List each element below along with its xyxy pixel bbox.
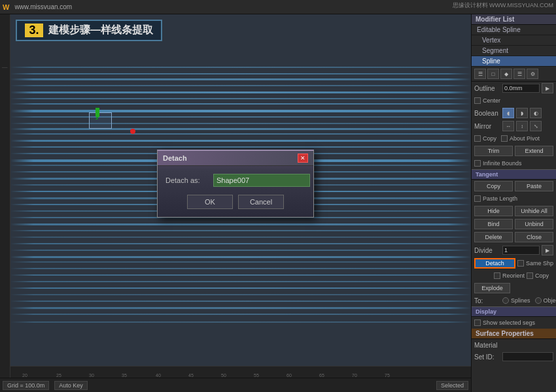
extend-button[interactable]: Extend: [515, 146, 553, 156]
close-button[interactable]: Close: [515, 232, 553, 242]
auto-key[interactable]: Auto Key: [54, 381, 88, 390]
about-pivot-checkbox[interactable]: [501, 135, 508, 142]
ruler-tick: 75: [385, 373, 390, 378]
reorient-checkbox[interactable]: [494, 272, 500, 279]
dialog-close-button[interactable]: ✕: [298, 154, 308, 163]
infinite-bounds-label: Infinite Bounds: [483, 160, 522, 167]
app-container: W www.missvuan.com 思缘设计材料 WWW.MISSYUAN.C…: [0, 0, 556, 392]
selection-box: [89, 112, 112, 129]
tangent-section: Tangent: [472, 169, 556, 180]
reorient-label: Reorient: [502, 272, 525, 279]
to-splines-label: Splines: [511, 297, 530, 304]
title-overlay: 3. 建模步骤—样线条提取: [16, 20, 162, 41]
boolean-icon-3[interactable]: ◐: [530, 108, 542, 118]
set-id-label: Set ID:: [474, 353, 500, 361]
boolean-label: Boolean: [474, 110, 500, 117]
divide-arrow[interactable]: ▶: [542, 245, 553, 255]
y-axis-indicator: [96, 108, 99, 117]
mirror-icon-2[interactable]: ↕: [516, 121, 528, 131]
paste-tangent-button[interactable]: Paste: [515, 181, 553, 191]
infinite-bounds-checkbox[interactable]: [474, 160, 481, 167]
delete-row: Delete Close: [472, 231, 556, 244]
ruler-tick: 35: [122, 373, 127, 378]
detach-as-input[interactable]: [213, 174, 310, 187]
title-box: 3. 建模步骤—样线条提取: [16, 20, 162, 41]
unbind-button[interactable]: Unbind: [515, 219, 553, 229]
content-area: │ 3. 建模步骤—样线条提取: [0, 14, 556, 392]
modifier-editable-spline[interactable]: Editable Spline: [472, 25, 556, 35]
icon-btn-2[interactable]: □: [487, 69, 499, 79]
trim-button[interactable]: Trim: [474, 146, 513, 156]
modifier-list-label: Modifier List: [476, 16, 514, 23]
copy-paste-row: Copy Paste: [472, 180, 556, 193]
paste-length-checkbox[interactable]: [474, 195, 481, 202]
ruler-tick: 55: [254, 373, 259, 378]
to-splines-radio[interactable]: [502, 297, 509, 304]
right-panel: Modifier List Editable Spline Vertex Seg…: [471, 14, 556, 392]
show-selected-row: Show selected segs: [472, 317, 556, 329]
icon-btn-5[interactable]: ⚙: [527, 69, 538, 79]
same-shape-label: Same Shp: [526, 260, 553, 267]
ruler-tick: 40: [156, 373, 161, 378]
mirror-icon-3[interactable]: ⤡: [530, 121, 542, 131]
copy2-checkbox[interactable]: [527, 272, 533, 279]
ruler-left: │: [0, 14, 10, 378]
cancel-button[interactable]: Cancel: [238, 195, 284, 209]
ruler-tick: 20: [22, 373, 27, 378]
divide-label: Divide: [474, 247, 500, 254]
hide-button[interactable]: Hide: [474, 206, 513, 216]
mirror-icon-1[interactable]: ↔: [502, 121, 514, 131]
set-id-input[interactable]: [502, 352, 553, 361]
detach-button[interactable]: Detach: [474, 258, 515, 269]
modifier-segment[interactable]: Segment: [472, 46, 556, 56]
boolean-icon-1[interactable]: ◖: [502, 108, 514, 118]
detach-as-row: Detach as:: [165, 174, 305, 187]
surface-properties-label: Surface Properties: [476, 330, 534, 337]
same-shape-checkbox[interactable]: [517, 260, 524, 267]
to-objects-label: Objects: [544, 297, 556, 304]
hide-row: Hide Unhide All: [472, 204, 556, 218]
to-row: To: Splines Objects: [472, 295, 556, 306]
outline-arrow[interactable]: ▶: [542, 83, 553, 93]
to-label: To:: [474, 297, 500, 304]
icon-btn-3[interactable]: ◆: [500, 69, 512, 79]
copy-row: Copy About Pivot: [472, 133, 556, 144]
copy-tangent-button[interactable]: Copy: [474, 181, 513, 191]
ruler-tick: 70: [352, 373, 357, 378]
about-pivot-label: About Pivot: [510, 135, 540, 142]
divide-row: Divide ▶: [472, 244, 556, 257]
material-row: Material: [472, 339, 556, 351]
bottom-toolbar: Grid = 100.0m Auto Key Selected: [0, 378, 471, 392]
divide-input[interactable]: [502, 246, 540, 255]
bind-button[interactable]: Bind: [474, 219, 513, 229]
modifier-spline[interactable]: Spline: [472, 56, 556, 67]
viewport[interactable]: │ 3. 建模步骤—样线条提取: [0, 14, 471, 392]
ruler-tick: 65: [319, 373, 324, 378]
show-selected-checkbox[interactable]: [474, 319, 481, 326]
modifier-vertex[interactable]: Vertex: [472, 35, 556, 46]
delete-button[interactable]: Delete: [474, 232, 513, 242]
paste-length-label: Paste Length: [483, 195, 517, 202]
outline-input[interactable]: [502, 84, 540, 93]
watermark: 思缘设计材料 WWW.MISSYUAN.COM: [453, 1, 554, 10]
unhide-all-button[interactable]: Unhide All: [515, 206, 553, 216]
detach-as-label: Detach as:: [165, 176, 208, 184]
mirror-row: Mirror ↔ ↕ ⤡: [472, 120, 556, 133]
explode-button[interactable]: Explode: [474, 283, 510, 293]
icon-btn-4[interactable]: ☰: [513, 69, 525, 79]
center-checkbox[interactable]: [474, 97, 481, 104]
detach-row: Detach Same Shp: [472, 257, 556, 270]
copy-checkbox[interactable]: [474, 135, 481, 142]
title-text: 建模步骤—样线条提取: [48, 24, 153, 37]
app-logo: W: [3, 3, 9, 11]
icon-btn-1[interactable]: ☰: [474, 69, 486, 79]
copy2-label: Copy: [535, 272, 549, 279]
boolean-icon-2[interactable]: ◗: [516, 108, 528, 118]
trim-extend-row: Trim Extend: [472, 144, 556, 157]
paste-length-row: Paste Length: [472, 193, 556, 204]
ruler-tick: 45: [188, 373, 194, 378]
step-number: 3.: [25, 24, 43, 37]
infinite-bounds-row: Infinite Bounds: [472, 157, 556, 169]
ok-button[interactable]: OK: [187, 195, 233, 209]
to-objects-radio[interactable]: [535, 297, 542, 304]
